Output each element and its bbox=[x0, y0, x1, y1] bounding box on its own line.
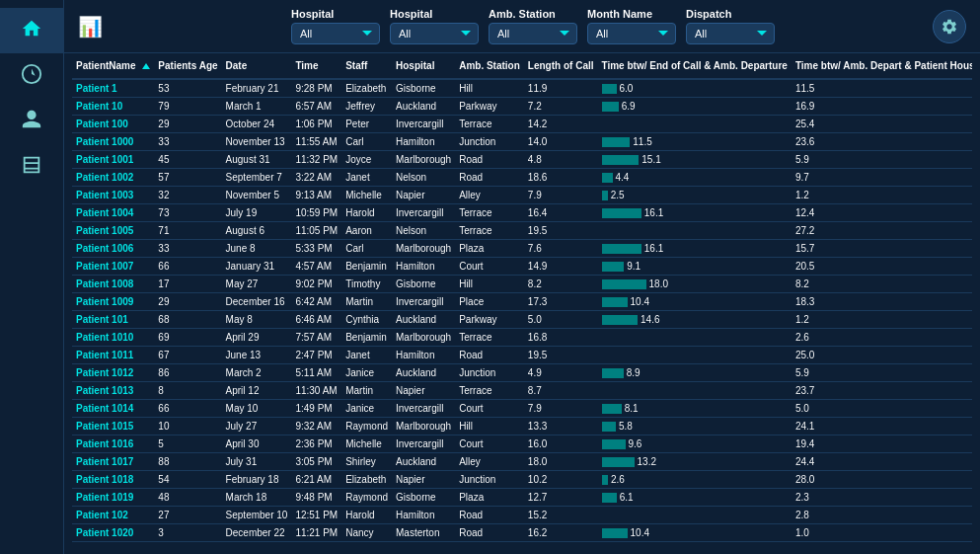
table-cell: 4:57 AM bbox=[291, 258, 341, 276]
table-cell: July 19 bbox=[222, 204, 292, 222]
table-cell: Plaza bbox=[455, 489, 524, 507]
table-cell: 10:59 PM bbox=[291, 204, 341, 222]
table-cell: Court bbox=[455, 435, 524, 453]
table-cell: 11:55 AM bbox=[291, 133, 341, 151]
table-row: Patient 10168May 86:46 AMCynthiaAuckland… bbox=[72, 311, 972, 329]
table-row: Patient 101948March 189:48 PMRaymondGisb… bbox=[72, 489, 972, 507]
col-time[interactable]: Time bbox=[291, 53, 341, 79]
table-cell: June 13 bbox=[222, 347, 292, 364]
table-cell: 1:06 PM bbox=[291, 116, 341, 133]
table-cell: Hamilton bbox=[392, 133, 455, 151]
table-cell: 9.1 bbox=[598, 258, 792, 276]
table-cell: 68 bbox=[154, 311, 221, 329]
table-cell: Elizabeth bbox=[341, 79, 392, 98]
table-cell: 67 bbox=[154, 347, 221, 364]
sidebar bbox=[0, 0, 64, 554]
table-cell: Patient 1018 bbox=[72, 471, 154, 489]
col-lengthofcall[interactable]: Length of Call bbox=[524, 53, 598, 79]
col-timebtw-ambdepart-patienthouse[interactable]: Time btw/ Amb. Depart & Patient House bbox=[792, 53, 972, 79]
table-row: Patient 100817May 279:02 PMTimothyGisbor… bbox=[72, 276, 972, 293]
table-row: Patient 153February 219:28 PMElizabethGi… bbox=[72, 79, 972, 98]
settings-button[interactable] bbox=[933, 10, 966, 43]
table-cell: Patient 1005 bbox=[72, 222, 154, 240]
table-row: Patient 101069April 297:57 AMBenjaminMar… bbox=[72, 329, 972, 347]
table-cell: 6:57 AM bbox=[291, 98, 341, 116]
table-cell: Carl bbox=[341, 133, 392, 151]
filter-select-ambstation[interactable]: All bbox=[489, 23, 577, 44]
table-cell: Patient 1014 bbox=[72, 400, 154, 418]
sidebar-item-details-table[interactable] bbox=[0, 144, 63, 190]
filter-select-dispatch[interactable]: All bbox=[686, 23, 775, 44]
table-cell: Janet bbox=[341, 347, 392, 364]
table-cell: 69 bbox=[154, 329, 221, 347]
table-cell: 11.5 bbox=[598, 133, 792, 151]
table-cell: Harold bbox=[341, 507, 392, 524]
table-cell: Patient 1007 bbox=[72, 258, 154, 276]
col-timebtw-endcall-ambdepart[interactable]: Time btw/ End of Call & Amb. Departure bbox=[598, 53, 792, 79]
table-cell: Road bbox=[455, 169, 524, 187]
table-cell: Patient 1001 bbox=[72, 151, 154, 169]
table-cell: Auckland bbox=[392, 98, 455, 116]
table-cell: 53 bbox=[154, 79, 221, 98]
table-cell: 88 bbox=[154, 453, 221, 471]
table-cell: 2.5 bbox=[598, 187, 792, 204]
main-content: 📊 Hospital All Hospital All Amb. Sta bbox=[64, 0, 980, 554]
sidebar-item-home[interactable] bbox=[0, 8, 63, 53]
table-cell: Auckland bbox=[392, 364, 455, 382]
table-cell: May 10 bbox=[222, 400, 292, 418]
col-patientname[interactable]: PatientName bbox=[72, 53, 154, 79]
table-cell: Jeffrey bbox=[341, 98, 392, 116]
table-cell: 8.2 bbox=[792, 276, 972, 293]
table-wrapper[interactable]: PatientName Patients Age Date Time Staff… bbox=[72, 53, 972, 546]
table-cell bbox=[598, 382, 792, 400]
table-cell: 14.2 bbox=[524, 116, 598, 133]
table-row: Patient 101167June 132:47 PMJanetHamilto… bbox=[72, 347, 972, 364]
col-ambstation[interactable]: Amb. Station bbox=[455, 53, 524, 79]
table-cell: 15.1 bbox=[598, 151, 792, 169]
filter-select-monthname[interactable]: All bbox=[587, 23, 676, 44]
table-cell: 18.0 bbox=[598, 276, 792, 293]
col-age[interactable]: Patients Age bbox=[154, 53, 221, 79]
table-row: Patient 100145August 3111:32 PMJoyceMarl… bbox=[72, 151, 972, 169]
table-cell: 19.4 bbox=[792, 435, 972, 453]
table-cell: 4.8 bbox=[524, 151, 598, 169]
table-cell: Raymond bbox=[341, 489, 392, 507]
table-cell: Gisborne bbox=[392, 489, 455, 507]
table-cell: Cynthia bbox=[341, 311, 392, 329]
table-cell: Nelson bbox=[392, 169, 455, 187]
table-cell: Benjamin bbox=[341, 329, 392, 347]
table-cell: 13.2 bbox=[598, 453, 792, 471]
col-date[interactable]: Date bbox=[222, 53, 292, 79]
table-cell: Patient 1000 bbox=[72, 133, 154, 151]
table-cell: Road bbox=[455, 524, 524, 542]
table-cell: Patient 10 bbox=[72, 98, 154, 116]
table-cell: April 29 bbox=[222, 329, 292, 347]
table-cell: February 18 bbox=[222, 471, 292, 489]
col-hospital[interactable]: Hospital bbox=[392, 53, 455, 79]
table-cell: Road bbox=[455, 151, 524, 169]
table-cell: 15.4 bbox=[792, 542, 972, 547]
filter-select-hospital2[interactable]: All bbox=[390, 23, 479, 44]
table-cell: Elizabeth bbox=[341, 471, 392, 489]
table-cell: May 8 bbox=[222, 311, 292, 329]
table-row: Patient 101466May 101:49 PMJaniceInverca… bbox=[72, 400, 972, 418]
table-cell: Invercargill bbox=[392, 204, 455, 222]
table-cell: March 18 bbox=[222, 489, 292, 507]
table-cell: Hill bbox=[455, 79, 524, 98]
table-cell: 12.7 bbox=[524, 489, 598, 507]
table-cell: October 24 bbox=[222, 116, 292, 133]
col-staff[interactable]: Staff bbox=[341, 53, 392, 79]
sidebar-item-overview[interactable] bbox=[0, 53, 63, 99]
table-cell: Court bbox=[455, 400, 524, 418]
table-cell: 54 bbox=[154, 471, 221, 489]
table-cell: 14.0 bbox=[524, 133, 598, 151]
filter-select-hospital1[interactable]: All bbox=[291, 23, 380, 44]
sidebar-bottom bbox=[28, 516, 36, 554]
table-cell: July 31 bbox=[222, 453, 292, 471]
filter-hospital2: Hospital All bbox=[390, 8, 479, 44]
table-cell bbox=[598, 507, 792, 524]
table-cell: April 30 bbox=[222, 435, 292, 453]
table-row: Patient 10138April 1211:30 AMMartinNapie… bbox=[72, 382, 972, 400]
table-cell: 66 bbox=[154, 258, 221, 276]
sidebar-item-staff[interactable] bbox=[0, 99, 63, 144]
